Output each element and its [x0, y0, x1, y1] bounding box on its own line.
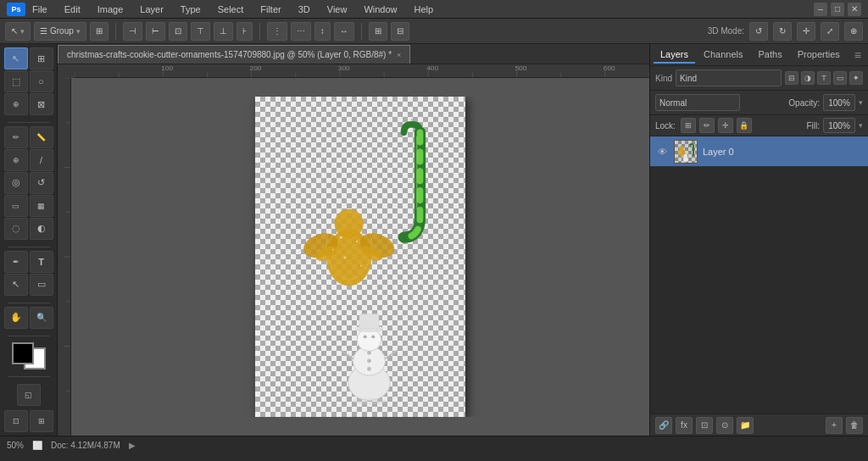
tab-channels[interactable]: Channels	[697, 47, 749, 64]
move-tool-option[interactable]: ↖ ▾	[5, 22, 31, 41]
extras-button[interactable]: ⊞	[30, 410, 53, 432]
menu-file[interactable]: File	[29, 3, 51, 16]
foreground-color[interactable]	[12, 342, 34, 364]
filter-type-icon[interactable]: T	[817, 71, 831, 85]
menu-select[interactable]: Select	[214, 3, 248, 16]
distribute-3[interactable]: ↕	[314, 22, 331, 41]
3d-arrange-1[interactable]: ⊞	[369, 22, 387, 41]
screen-mode-button[interactable]: ⊡	[4, 410, 28, 432]
svg-point-50	[364, 335, 367, 338]
layer-effects-button[interactable]: fx	[676, 417, 693, 434]
blur-tool[interactable]: ◌	[4, 218, 28, 240]
quick-mask-tool[interactable]: ◱	[17, 384, 41, 406]
distribute-2[interactable]: ⋯	[291, 22, 311, 41]
shape-tool[interactable]: ▭	[30, 274, 53, 296]
new-group-button[interactable]: 📁	[737, 417, 754, 434]
ruler-tool[interactable]: 📏	[30, 126, 53, 148]
menu-edit[interactable]: Edit	[61, 3, 84, 16]
filter-adjustment-icon[interactable]: ◑	[801, 71, 815, 85]
spot-heal-tool[interactable]: ⊕	[4, 149, 28, 171]
dodge-tool[interactable]: ◐	[30, 218, 53, 240]
kind-label: Kind	[655, 74, 672, 83]
align-top-button[interactable]: ⊤	[191, 22, 210, 41]
opacity-input[interactable]	[823, 94, 855, 111]
maximize-button[interactable]: □	[831, 3, 844, 16]
transform-controls-option[interactable]: ⊞	[90, 22, 108, 41]
crop-tool[interactable]: ⊠	[30, 93, 53, 115]
artboard-tool[interactable]: ⊞	[30, 47, 53, 69]
menu-window[interactable]: Window	[360, 3, 400, 16]
gradient-tool[interactable]: ▦	[30, 195, 53, 217]
toolbar-sep-2	[259, 23, 260, 40]
menu-view[interactable]: View	[324, 3, 351, 16]
3d-mode-rotate[interactable]: ↺	[749, 22, 768, 41]
eyedropper-tool[interactable]: ✏	[4, 126, 28, 148]
menu-image[interactable]: Image	[94, 3, 127, 16]
filter-smart-icon[interactable]: ✦	[849, 71, 863, 85]
minimize-button[interactable]: –	[814, 3, 827, 16]
lock-pixels-icon[interactable]: ⊞	[681, 118, 696, 133]
menu-3d[interactable]: 3D	[295, 3, 314, 16]
menu-type[interactable]: Type	[177, 3, 204, 16]
tab-paths[interactable]: Paths	[752, 47, 789, 64]
blend-mode-select[interactable]: Normal Dissolve Multiply Screen Overlay	[655, 94, 740, 111]
opacity-dropdown-icon[interactable]: ▾	[859, 98, 863, 107]
align-right-button[interactable]: ⊡	[169, 22, 187, 41]
brush-tool[interactable]: /	[30, 149, 53, 171]
3d-pan-icon: ✛	[803, 26, 810, 36]
lock-all-icon[interactable]: 🔒	[737, 118, 752, 133]
tab-close-button[interactable]: ×	[397, 51, 401, 59]
menu-filter[interactable]: Filter	[257, 3, 284, 16]
eraser-tool[interactable]: ▭	[4, 195, 28, 217]
menu-layer[interactable]: Layer	[136, 3, 167, 16]
lock-image-icon[interactable]: ✏	[699, 118, 715, 133]
3d-mode-slide[interactable]: ⤢	[821, 22, 839, 41]
history-brush-tool[interactable]: ↺	[30, 172, 53, 194]
align-left-button[interactable]: ⊣	[123, 22, 142, 41]
distribute-1[interactable]: ⋮	[267, 22, 287, 41]
main-area: ↖ ⊞ ⬚ ○ ⊕ ⊠ ✏ 📏 ⊕ / ◎ ↺	[0, 44, 868, 436]
distribute-4[interactable]: ↔	[334, 22, 354, 41]
fill-input[interactable]	[823, 118, 855, 133]
delete-layer-button[interactable]: 🗑	[846, 417, 863, 434]
layer-mask-button[interactable]: ⊡	[696, 417, 713, 434]
text-tool[interactable]: T	[30, 251, 53, 273]
status-arrow[interactable]: ▶	[129, 441, 136, 450]
layer-visibility-toggle[interactable]: 👁	[655, 145, 669, 158]
align-bottom-button[interactable]: ⊦	[236, 22, 253, 41]
hand-tool[interactable]: ✋	[4, 307, 28, 329]
image-canvas[interactable]	[255, 97, 465, 417]
lasso-tool[interactable]: ○	[30, 70, 53, 92]
path-select-tool[interactable]: ↖	[4, 274, 28, 296]
clone-stamp-tool[interactable]: ◎	[4, 172, 28, 194]
close-button[interactable]: ✕	[848, 3, 861, 16]
auto-select-option[interactable]: ☰ Group ▾	[34, 22, 86, 41]
quick-select-tool[interactable]: ⊕	[4, 93, 28, 115]
filter-shape-icon[interactable]: ▭	[833, 71, 847, 85]
zoom-tool[interactable]: 🔍	[30, 307, 53, 329]
status-bar: 50% ⬜ Doc: 4.12M/4.87M ▶	[0, 436, 868, 454]
menu-help[interactable]: Help	[411, 3, 437, 16]
adjustment-layer-button[interactable]: ⊙	[716, 417, 733, 434]
kind-select[interactable]: Kind Name Effect Mode	[676, 69, 782, 86]
document-tab[interactable]: christmas-crafts-cookie-cutter-ornaments…	[58, 45, 410, 64]
3d-arrange-2[interactable]: ⊟	[391, 22, 409, 41]
3d-mode-roll[interactable]: ↻	[773, 22, 792, 41]
tool-sep-3	[8, 303, 50, 303]
tab-properties[interactable]: Properties	[791, 47, 847, 64]
link-layers-button[interactable]: 🔗	[655, 417, 672, 434]
align-center-button[interactable]: ⊢	[146, 22, 165, 41]
lock-position-icon[interactable]: ✛	[718, 118, 733, 133]
tab-layers[interactable]: Layers	[654, 47, 695, 64]
rectangle-select-tool[interactable]: ⬚	[4, 70, 28, 92]
layer-item-0[interactable]: 👁	[650, 136, 868, 167]
filter-pixel-icon[interactable]: ⊟	[785, 71, 798, 85]
move-tool[interactable]: ↖	[4, 47, 28, 69]
3d-mode-scale[interactable]: ⊕	[844, 22, 863, 41]
3d-mode-pan[interactable]: ✛	[797, 22, 815, 41]
panel-options-button[interactable]: ≡	[851, 48, 865, 62]
pen-tool[interactable]: ✒	[4, 251, 28, 273]
new-layer-button[interactable]: +	[826, 417, 843, 434]
fill-dropdown-icon[interactable]: ▾	[859, 121, 863, 130]
align-middle-button[interactable]: ⊥	[214, 22, 233, 41]
